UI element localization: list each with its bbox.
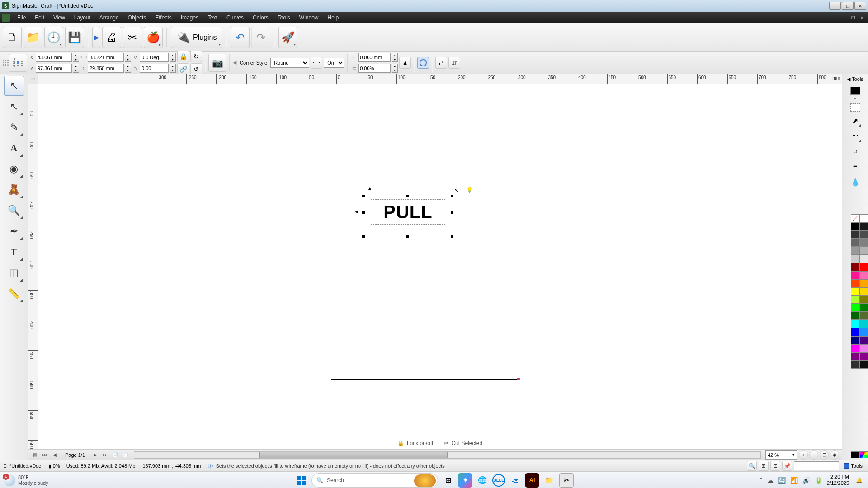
duplicate-page-button[interactable]: 📑 (121, 451, 129, 459)
color-swatch[interactable] (859, 312, 868, 320)
color-swatch[interactable] (851, 296, 859, 304)
zoom-page-button[interactable]: ◈ (830, 450, 839, 460)
cutter-button[interactable]: ✂ (123, 27, 142, 48)
app-menu-icon[interactable] (2, 14, 10, 22)
open-button[interactable]: 📁 (24, 27, 42, 48)
w-spinner[interactable]: ▲▼ (125, 53, 131, 62)
corner-style-select[interactable]: Round (270, 58, 309, 68)
x-spinner[interactable]: ▲▼ (73, 53, 79, 62)
color-swatch[interactable] (851, 336, 859, 344)
curve-button[interactable]: 〰 (311, 57, 322, 69)
fill-circle-button[interactable] (417, 57, 429, 69)
battery-icon[interactable]: 🔋 (815, 477, 822, 484)
color-swatch[interactable] (859, 279, 868, 287)
menu-file[interactable]: File (13, 14, 30, 22)
edge-button[interactable]: 🌐 (475, 473, 490, 488)
dell-button[interactable]: DELL (492, 474, 505, 487)
text-object-pull[interactable]: PULL (371, 199, 445, 225)
menu-curves[interactable]: Curves (222, 14, 248, 22)
next-page-button[interactable]: ▶ (91, 451, 99, 459)
window-close-button[interactable]: ✕ (854, 2, 866, 10)
color-swatch[interactable] (859, 271, 868, 279)
vertical-ruler[interactable]: 0501001502002503003504004505005506006507… (28, 84, 38, 449)
add-page-button[interactable]: 📄 (111, 451, 119, 459)
rotate-ccw-button[interactable]: ↺ (190, 63, 202, 75)
selection-handle-sw[interactable] (362, 235, 365, 238)
h-scroll-thumb[interactable] (259, 452, 447, 458)
signmaster-taskbar-button[interactable]: ✂ (559, 473, 574, 488)
lines-tool[interactable]: ≡ (849, 160, 862, 173)
window-maximize-button[interactable]: □ (842, 2, 854, 10)
zoom-in-button[interactable]: + (799, 450, 808, 460)
color-swatch[interactable] (859, 222, 868, 230)
color-swatch[interactable] (851, 361, 859, 369)
status-zoom-button[interactable]: 🔍 (747, 461, 757, 471)
camera-button[interactable]: 📷 (208, 54, 226, 72)
chevron-left-icon[interactable]: ◀ (233, 60, 236, 66)
select-tool[interactable]: ↖ (4, 76, 24, 96)
play-button[interactable]: ▶ (92, 27, 100, 48)
sp-spinner[interactable]: ▲▼ (392, 64, 398, 73)
menu-objects[interactable]: Objects (123, 14, 151, 22)
color-swatch[interactable] (859, 320, 868, 328)
canvas[interactable]: PULL ▴ ⤡ ◂ 💡 🔒Lock on/off ✂Cut Selected (38, 84, 842, 449)
menu-images[interactable]: Images (176, 14, 203, 22)
volume-icon[interactable]: 🔊 (802, 477, 810, 484)
menu-text[interactable]: Text (203, 14, 222, 22)
registration-button[interactable]: 🍎 (144, 27, 163, 48)
mirror-v-button[interactable]: ⇵ (448, 57, 460, 69)
color-swatch[interactable] (851, 287, 859, 296)
menu-help[interactable]: Help (323, 14, 344, 22)
color-swatch[interactable] (851, 328, 859, 336)
snap-on-select[interactable]: On (324, 58, 344, 68)
prev-page-button[interactable]: ◀ (51, 451, 59, 459)
rotation-input[interactable] (140, 53, 169, 62)
mdi-close-button[interactable]: ✕ (858, 14, 866, 21)
mirror-h-button[interactable]: ⇄ (435, 57, 447, 69)
y-position-input[interactable] (36, 64, 72, 73)
color-swatch[interactable] (859, 361, 868, 369)
link-button[interactable]: 🔗 (177, 63, 189, 75)
selection-handle-w[interactable] (362, 211, 365, 214)
zoom-input[interactable]: 42 %▾ (765, 450, 797, 460)
horizontal-ruler[interactable]: -300-250-200-150-100-5005010015020025030… (38, 74, 842, 84)
new-button[interactable]: 🗋 (3, 27, 22, 48)
selection-handle-e[interactable] (451, 211, 453, 214)
white-swatch[interactable] (859, 214, 868, 222)
lock-toggle-button[interactable]: 🔒Lock on/off (397, 440, 434, 446)
eyedropper-tool[interactable]: ⬈ (849, 114, 862, 127)
selection-handle-ne[interactable] (451, 195, 453, 197)
circle-outline-tool[interactable]: ○ (849, 145, 862, 158)
menu-colors[interactable]: Colors (248, 14, 273, 22)
color-swatch[interactable] (851, 279, 859, 287)
color-swatch[interactable] (851, 222, 859, 230)
height-input[interactable] (88, 64, 124, 73)
menu-window[interactable]: Window (295, 14, 323, 22)
mdi-restore-button[interactable]: ❐ (849, 14, 857, 21)
color-swatch[interactable] (859, 239, 868, 247)
menu-effects[interactable]: Effects (151, 14, 176, 22)
weld-tool[interactable]: ◫ (4, 263, 24, 283)
launch-button[interactable]: 🚀 (278, 27, 297, 48)
color-swatch[interactable] (859, 255, 868, 263)
stroke-color-swatch[interactable] (851, 451, 859, 458)
recent-button[interactable]: 🕘 (44, 27, 63, 48)
outline-tool[interactable]: 〰 (849, 130, 862, 142)
copilot-button[interactable]: ✦ (458, 473, 472, 488)
selection-handle-n[interactable] (406, 195, 409, 197)
grip-handle[interactable] (3, 54, 6, 72)
color-swatch[interactable] (851, 239, 859, 247)
explorer-button[interactable]: 📁 (542, 473, 557, 488)
color-swatch[interactable] (859, 328, 868, 336)
horizontal-scrollbar[interactable] (134, 451, 761, 459)
rotate-handle-n[interactable]: ▴ (368, 185, 371, 191)
plugins-button[interactable]: 🔌 Plugins (171, 27, 222, 48)
anchor-grid-button[interactable] (9, 54, 27, 72)
status-search-input[interactable] (794, 461, 839, 470)
onedrive-icon[interactable]: ☁ (767, 477, 774, 484)
color-swatch[interactable] (859, 352, 868, 361)
stroke-width-input[interactable] (358, 53, 391, 62)
color-swatch[interactable] (859, 336, 868, 344)
no-fill-swatch[interactable] (851, 214, 859, 222)
save-button[interactable]: 💾 (65, 27, 84, 48)
